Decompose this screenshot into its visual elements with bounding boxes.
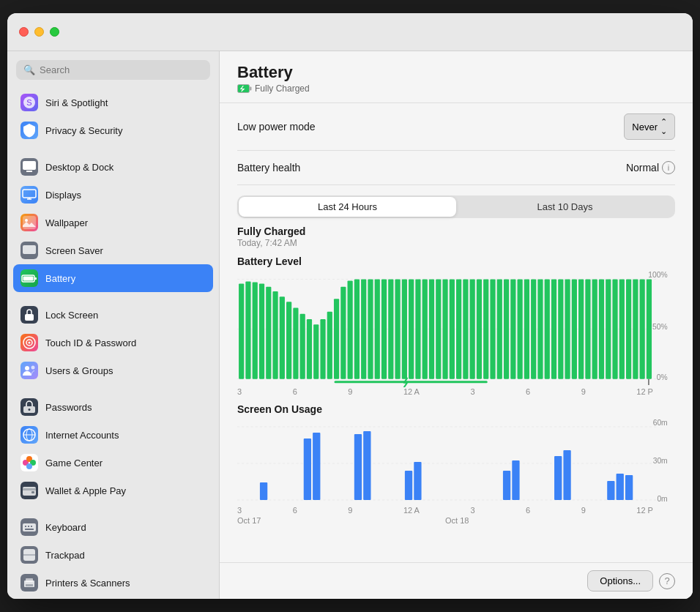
svg-rect-126 xyxy=(563,450,570,500)
svg-rect-72 xyxy=(409,279,414,378)
sidebar: 🔍 S Siri & Spotlight Privacy & S xyxy=(7,51,220,599)
sidebar-item-siri[interactable]: S Siri & Spotlight xyxy=(13,89,213,116)
date-oct17: Oct 17 xyxy=(237,516,261,525)
chart-status: Fully Charged Today, 7:42 AM xyxy=(237,225,675,248)
svg-rect-99 xyxy=(592,279,597,378)
sidebar-item-gamecenter[interactable]: Game Center xyxy=(13,449,213,477)
battery-level-chart: 100% 50% 0% xyxy=(237,270,675,387)
svg-rect-98 xyxy=(585,279,590,378)
options-button[interactable]: Options... xyxy=(587,570,653,592)
svg-rect-92 xyxy=(545,279,550,378)
gamecenter-icon xyxy=(21,454,38,471)
internet-icon xyxy=(21,426,38,444)
sidebar-item-keyboard[interactable]: Keyboard xyxy=(13,513,213,541)
svg-rect-32 xyxy=(31,526,32,527)
usage-title: Screen On Usage xyxy=(237,403,675,415)
sidebar-item-battery[interactable]: Battery xyxy=(13,264,213,292)
subtitle-text: Fully Charged xyxy=(255,83,310,94)
x-label-12p: 12 P xyxy=(636,387,675,396)
svg-rect-120 xyxy=(363,431,371,500)
svg-rect-68 xyxy=(381,279,387,378)
svg-rect-29 xyxy=(23,523,36,531)
close-button[interactable] xyxy=(19,27,29,37)
ux-label-6a: 6 xyxy=(293,506,297,515)
svg-rect-58 xyxy=(313,324,319,378)
svg-rect-104 xyxy=(626,279,631,378)
svg-rect-95 xyxy=(565,279,570,378)
svg-text:S: S xyxy=(26,98,31,107)
sidebar-item-displays[interactable]: Displays xyxy=(13,181,213,209)
sidebar-item-wallpaper[interactable]: Wallpaper xyxy=(13,209,213,236)
svg-rect-85 xyxy=(497,279,502,378)
siri-icon: S xyxy=(21,94,38,111)
sidebar-label-printers: Printers & Scanners xyxy=(45,578,130,589)
svg-point-6 xyxy=(25,219,28,222)
x-label-12a: 12 A xyxy=(403,387,420,396)
sidebar-item-desktop[interactable]: Desktop & Dock xyxy=(13,153,213,181)
svg-rect-62 xyxy=(340,287,346,379)
svg-rect-38 xyxy=(26,584,33,586)
svg-rect-27 xyxy=(23,488,36,490)
low-power-mode-row: Low power mode Never ⌃⌄ xyxy=(237,103,675,151)
svg-rect-33 xyxy=(25,529,34,530)
battery-health-label: Battery health xyxy=(237,162,300,173)
sidebar-item-internet[interactable]: Internet Accounts xyxy=(13,421,213,449)
svg-rect-79 xyxy=(456,279,461,378)
svg-rect-48 xyxy=(245,281,250,378)
svg-rect-125 xyxy=(554,456,562,500)
svg-rect-57 xyxy=(307,319,312,379)
svg-rect-100 xyxy=(599,279,604,378)
ux-label-9a: 9 xyxy=(348,506,352,515)
keyboard-icon xyxy=(21,518,38,536)
svg-point-25 xyxy=(26,463,32,469)
search-input[interactable] xyxy=(40,64,203,75)
sidebar-item-privacy[interactable]: Privacy & Security xyxy=(13,116,213,144)
sidebar-label-users: Users & Groups xyxy=(45,365,113,376)
minimize-button[interactable] xyxy=(34,27,44,37)
svg-rect-47 xyxy=(239,284,244,379)
search-bar[interactable]: 🔍 xyxy=(16,60,210,80)
time-tabs: Last 24 Hours Last 10 Days xyxy=(237,195,675,218)
svg-rect-80 xyxy=(463,279,468,378)
low-power-select[interactable]: Never ⌃⌄ xyxy=(624,113,675,140)
info-icon[interactable]: i xyxy=(662,161,675,174)
sidebar-item-users[interactable]: Users & Groups xyxy=(13,357,213,384)
low-power-label: Low power mode xyxy=(237,121,316,133)
sidebar-item-screensaver[interactable]: Screen Saver xyxy=(13,236,213,264)
svg-rect-69 xyxy=(388,279,393,378)
sidebar-item-trackpad[interactable]: Trackpad xyxy=(13,541,213,569)
sidebar-label-privacy: Privacy & Security xyxy=(45,125,122,136)
svg-rect-11 xyxy=(25,314,34,321)
svg-rect-10 xyxy=(23,277,34,281)
svg-rect-86 xyxy=(504,279,509,378)
svg-rect-65 xyxy=(361,279,366,378)
chart-status-time: Today, 7:42 AM xyxy=(237,238,675,248)
sidebar-item-printers[interactable]: Printers & Scanners xyxy=(13,569,213,597)
svg-rect-56 xyxy=(300,314,305,379)
settings-window: 🔍 S Siri & Spotlight Privacy & S xyxy=(7,13,693,599)
sidebar-item-touchid[interactable]: Touch ID & Password xyxy=(13,329,213,357)
svg-rect-3 xyxy=(26,171,32,172)
svg-rect-26 xyxy=(23,487,36,496)
sidebar-item-wallet[interactable]: Wallet & Apple Pay xyxy=(13,477,213,504)
sidebar-label-screensaver: Screen Saver xyxy=(45,245,103,256)
help-button[interactable]: ? xyxy=(659,573,675,589)
sidebar-item-lockscreen[interactable]: Lock Screen xyxy=(13,301,213,329)
svg-rect-78 xyxy=(450,279,455,378)
tab-10d[interactable]: Last 10 Days xyxy=(456,197,674,217)
svg-text:0%: 0% xyxy=(657,373,668,381)
tab-24h[interactable]: Last 24 Hours xyxy=(239,197,456,217)
svg-rect-97 xyxy=(578,279,584,378)
svg-rect-118 xyxy=(313,433,320,500)
spacer-4 xyxy=(13,504,213,513)
maximize-button[interactable] xyxy=(50,27,59,37)
svg-point-16 xyxy=(31,366,35,370)
svg-rect-106 xyxy=(640,279,645,378)
svg-rect-51 xyxy=(266,287,271,379)
svg-rect-28 xyxy=(31,491,34,493)
svg-rect-89 xyxy=(524,279,529,378)
sidebar-item-passwords[interactable]: Passwords xyxy=(13,393,213,421)
svg-rect-52 xyxy=(272,291,278,379)
sidebar-items-list: S Siri & Spotlight Privacy & Security xyxy=(7,86,219,599)
svg-rect-7 xyxy=(23,245,36,254)
